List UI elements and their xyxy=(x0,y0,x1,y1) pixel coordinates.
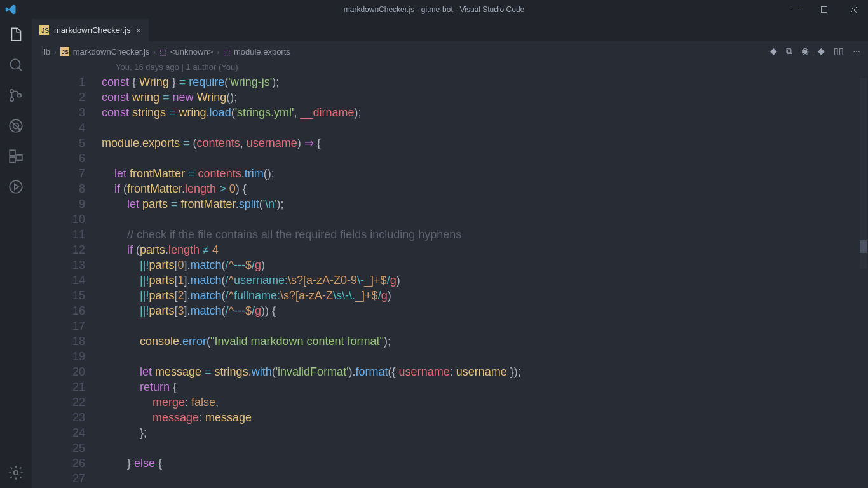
breadcrumb[interactable]: lib › JS markdownChecker.js › ⬚ <unknown… xyxy=(32,41,868,59)
line-number: 7 xyxy=(32,166,102,181)
line-number: 11 xyxy=(32,227,102,242)
tab-close-icon[interactable]: × xyxy=(136,25,141,36)
line-number: 24 xyxy=(32,425,102,440)
tab-bar: JS markdownChecker.js × xyxy=(32,19,868,41)
breadcrumb-symbol2[interactable]: module.exports xyxy=(234,47,290,57)
svg-rect-0 xyxy=(792,10,799,10)
codelens[interactable]: You, 16 days ago | 1 author (You) xyxy=(32,59,868,74)
svg-rect-10 xyxy=(17,155,22,161)
svg-point-12 xyxy=(14,471,18,475)
vscode-logo-icon xyxy=(5,4,17,15)
editor-actions: ◆ ⧉ ◉ ◆ ▯▯ ··· xyxy=(770,41,865,60)
svg-rect-1 xyxy=(821,6,827,12)
line-number: 5 xyxy=(32,135,102,151)
line-number: 27 xyxy=(32,471,102,486)
tab-markdownchecker[interactable]: JS markdownChecker.js × xyxy=(32,19,149,41)
line-number: 26 xyxy=(32,456,102,471)
js-file-icon: JS xyxy=(60,47,69,57)
debug-icon[interactable] xyxy=(0,111,32,141)
source-control-icon[interactable] xyxy=(0,80,32,111)
line-number: 17 xyxy=(32,318,102,334)
chevron-right-icon: › xyxy=(217,48,219,56)
gitlens2-icon[interactable]: ◆ xyxy=(818,46,825,56)
maximize-button[interactable] xyxy=(810,0,839,19)
minimap-thumb[interactable] xyxy=(860,240,867,253)
line-number: 22 xyxy=(32,395,102,410)
preview-icon[interactable]: ◉ xyxy=(801,46,809,56)
svg-rect-9 xyxy=(10,157,15,163)
close-button[interactable] xyxy=(839,0,868,19)
line-number: 19 xyxy=(32,349,102,364)
explorer-icon[interactable] xyxy=(0,19,32,50)
svg-point-2 xyxy=(10,59,20,69)
svg-point-4 xyxy=(10,98,13,101)
svg-point-3 xyxy=(10,90,13,93)
line-number: 14 xyxy=(32,273,102,288)
line-number: 9 xyxy=(32,196,102,212)
svg-text:JS: JS xyxy=(41,27,49,34)
editor-area: JS markdownChecker.js × ◆ ⧉ ◉ ◆ ▯▯ ··· l… xyxy=(32,19,868,488)
line-number: 20 xyxy=(32,364,102,379)
minimize-button[interactable] xyxy=(780,0,810,19)
live-share-icon[interactable] xyxy=(0,172,32,202)
code-editor[interactable]: 1const { Wring } = require('wring-js'); … xyxy=(32,74,868,486)
line-number: 12 xyxy=(32,242,102,257)
titlebar: markdownChecker.js - gitme-bot - Visual … xyxy=(0,0,868,19)
line-number: 6 xyxy=(32,151,102,166)
line-number: 23 xyxy=(32,410,102,425)
svg-point-5 xyxy=(18,93,21,97)
minimap[interactable] xyxy=(860,78,867,269)
compare-icon[interactable]: ⧉ xyxy=(786,46,792,57)
more-actions-icon[interactable]: ··· xyxy=(853,46,860,56)
line-number: 4 xyxy=(32,120,102,135)
chevron-right-icon: › xyxy=(54,48,57,56)
split-editor-icon[interactable]: ▯▯ xyxy=(834,46,844,56)
chevron-right-icon: › xyxy=(153,48,156,56)
symbol-icon: ⬚ xyxy=(223,48,230,57)
breadcrumb-file[interactable]: markdownChecker.js xyxy=(73,47,150,57)
settings-gear-icon[interactable] xyxy=(0,458,32,488)
js-file-icon: JS xyxy=(39,25,49,35)
svg-point-11 xyxy=(10,180,22,193)
line-number: 21 xyxy=(32,379,102,395)
line-number: 8 xyxy=(32,181,102,196)
symbol-icon: ⬚ xyxy=(159,48,166,57)
breadcrumb-symbol1[interactable]: <unknown> xyxy=(170,47,213,57)
line-number: 15 xyxy=(32,288,102,303)
extensions-icon[interactable] xyxy=(0,141,32,172)
line-number: 25 xyxy=(32,440,102,456)
window-title: markdownChecker.js - gitme-bot - Visual … xyxy=(344,5,525,14)
tab-label: markdownChecker.js xyxy=(54,25,131,35)
activity-bar xyxy=(0,19,32,488)
gitlens-icon[interactable]: ◆ xyxy=(770,46,777,56)
line-number: 2 xyxy=(32,90,102,105)
line-number: 1 xyxy=(32,74,102,90)
line-number: 16 xyxy=(32,303,102,318)
breadcrumb-folder[interactable]: lib xyxy=(42,47,50,57)
line-number: 13 xyxy=(32,257,102,273)
line-number: 10 xyxy=(32,212,102,227)
svg-rect-8 xyxy=(10,150,15,156)
svg-text:JS: JS xyxy=(62,49,69,55)
search-icon[interactable] xyxy=(0,50,32,80)
line-number: 3 xyxy=(32,105,102,120)
line-number: 18 xyxy=(32,334,102,349)
